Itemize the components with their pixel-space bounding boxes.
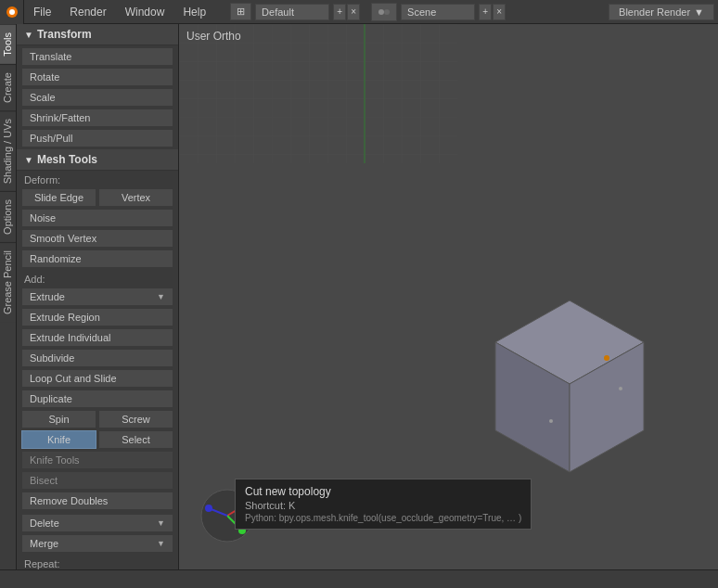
main-area: Tools Create Shading / UVs Options Greas… (0, 24, 718, 569)
menu-help[interactable]: Help (173, 0, 215, 23)
rotate-btn[interactable]: Rotate (21, 68, 173, 86)
scene-add-btn[interactable]: + (479, 4, 492, 20)
spin-btn[interactable]: Spin (21, 410, 96, 428)
left-tabs: Tools Create Shading / UVs Options Greas… (0, 24, 17, 569)
delete-dropdown[interactable]: Delete ▼ (21, 514, 173, 532)
scene-icon-btn[interactable] (371, 3, 397, 21)
vertex-btn[interactable]: Vertex (98, 188, 173, 207)
layout-plus-x: + × (333, 4, 360, 20)
render-engine-dropdown[interactable]: Blender Render ▼ (609, 4, 714, 20)
slide-vertex-row: Slide Edge Vertex (21, 188, 173, 207)
loop-cut-btn[interactable]: Loop Cut and Slide (21, 369, 173, 388)
merge-dropdown[interactable]: Merge ▼ (21, 534, 173, 553)
smooth-vertex-btn[interactable]: Smooth Vertex (21, 229, 173, 248)
select-btn[interactable]: Select (98, 430, 173, 449)
transform-title: Transform (37, 28, 92, 41)
svg-point-13 (549, 419, 553, 423)
svg-point-20 (205, 505, 212, 512)
scene-plus-x: + × (479, 4, 506, 20)
tab-create[interactable]: Create (0, 64, 16, 110)
knife-tools-btn[interactable]: Knife Tools (21, 451, 173, 469)
svg-point-11 (604, 355, 609, 361)
add-label: Add: (17, 270, 178, 286)
tab-options[interactable]: Options (0, 191, 16, 242)
svg-point-12 (619, 387, 622, 390)
bisect-btn[interactable]: Bisect (21, 471, 173, 490)
render-engine-container: Blender Render ▼ (609, 4, 718, 20)
scene-dropdown[interactable]: Scene (401, 4, 475, 20)
tooltip-title: Cut new topology (245, 485, 521, 498)
translate-btn[interactable]: Translate (21, 47, 173, 66)
repeat-label: Repeat: (17, 555, 178, 569)
screw-btn[interactable]: Screw (98, 410, 173, 428)
tab-tools[interactable]: Tools (0, 24, 16, 64)
knife-btn[interactable]: Knife (21, 430, 96, 449)
top-bar: File Render Window Help ⊞ Default + × Sc… (0, 0, 718, 24)
randomize-btn[interactable]: Randomize (21, 249, 173, 268)
layout-add-btn[interactable]: + (333, 4, 346, 20)
svg-rect-5 (179, 24, 457, 163)
menu-render[interactable]: Render (60, 0, 115, 23)
svg-point-3 (384, 9, 390, 15)
tooltip-shortcut: Shortcut: K (245, 500, 521, 511)
subdivide-btn[interactable]: Subdivide (21, 349, 173, 367)
tab-shading-uvs[interactable]: Shading / UVs (0, 110, 16, 191)
tooltip-python: Python: bpy.ops.mesh.knife_tool(use_occl… (245, 513, 521, 523)
extrude-individual-btn[interactable]: Extrude Individual (21, 328, 173, 347)
noise-btn[interactable]: Noise (21, 209, 173, 227)
extrude-dropdown[interactable]: Extrude ▼ (21, 288, 173, 306)
mesh-tools-section-header[interactable]: ▼ Mesh Tools (17, 149, 178, 171)
transform-section-header[interactable]: ▼ Transform (17, 24, 178, 45)
layout-dropdown[interactable]: Default (255, 4, 329, 20)
mesh-tools-title: Mesh Tools (37, 153, 97, 166)
extrude-region-btn[interactable]: Extrude Region (21, 308, 173, 326)
push-pull-btn[interactable]: Push/Pull (21, 129, 173, 147)
scene-remove-btn[interactable]: × (493, 4, 506, 20)
knife-select-row: Knife Select (21, 430, 173, 449)
remove-doubles-btn[interactable]: Remove Doubles (21, 492, 173, 510)
scene-selector: Scene + × (371, 3, 506, 21)
menu-items: File Render Window Help (24, 0, 215, 23)
spin-screw-row: Spin Screw (21, 410, 173, 428)
3d-cube (477, 291, 662, 495)
status-bar (0, 569, 718, 588)
shrink-fatten-btn[interactable]: Shrink/Fatten (21, 109, 173, 127)
left-panel: ▼ Transform Translate Rotate Scale Shrin… (17, 24, 179, 569)
slide-edge-btn[interactable]: Slide Edge (21, 188, 96, 207)
duplicate-btn[interactable]: Duplicate (21, 390, 173, 408)
tab-grease-pencil[interactable]: Grease Pencil (0, 242, 16, 322)
knife-tooltip: Cut new topology Shortcut: K Python: bpy… (235, 479, 532, 530)
viewport-grid (179, 24, 457, 163)
transform-arrow: ▼ (24, 30, 33, 40)
layout-remove-btn[interactable]: × (347, 4, 360, 20)
layout-selector: ⊞ Default + × (230, 3, 360, 20)
svg-point-1 (9, 9, 15, 15)
viewport[interactable]: User Ortho (179, 24, 718, 569)
scale-btn[interactable]: Scale (21, 88, 173, 107)
svg-point-2 (378, 9, 384, 15)
menu-file[interactable]: File (24, 0, 60, 23)
menu-window[interactable]: Window (116, 0, 174, 23)
blender-logo[interactable] (0, 0, 24, 24)
deform-label: Deform: (17, 171, 178, 186)
layout-icon-btn[interactable]: ⊞ (230, 3, 251, 20)
mesh-tools-arrow: ▼ (24, 155, 33, 165)
